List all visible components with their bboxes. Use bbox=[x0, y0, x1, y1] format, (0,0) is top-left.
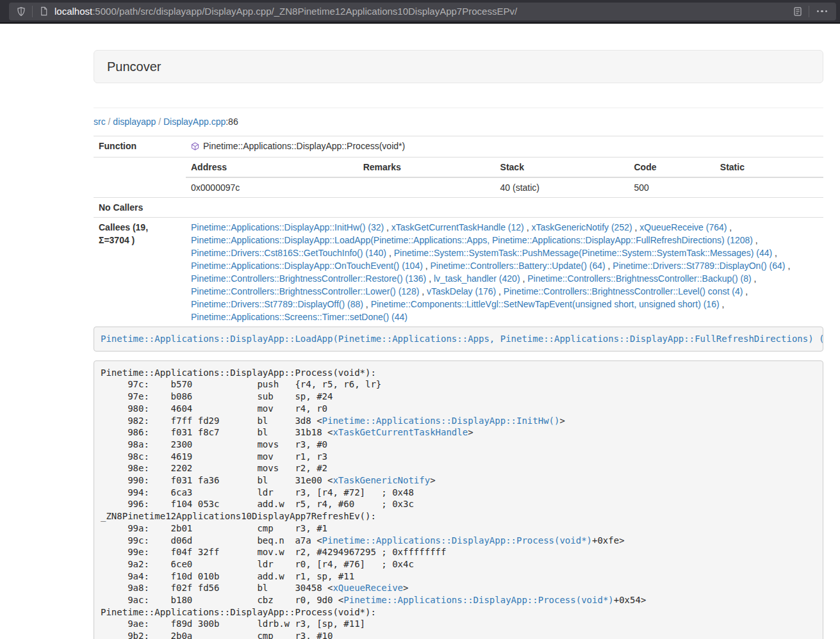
callers-row: No Callers bbox=[94, 198, 823, 218]
page-content: Puncover src / displayapp / DisplayApp.c… bbox=[94, 24, 823, 639]
asm-symbol-link[interactable]: Pinetime::Applications::DisplayApp::Proc… bbox=[343, 595, 613, 605]
callee-separator: , bbox=[743, 286, 748, 296]
callee-link[interactable]: Pinetime::Drivers::St7789::DisplayOff() … bbox=[191, 299, 363, 309]
asm-text: 98a: 2300 movs r3, #0 bbox=[101, 439, 327, 449]
stats-value: 40 (static) bbox=[495, 177, 629, 197]
callee-separator: , bbox=[386, 248, 394, 258]
asm-symbol-link[interactable]: xQueueReceive bbox=[333, 583, 403, 593]
asm-text: 982: f7ff fd29 bl 3d8 < bbox=[101, 416, 322, 426]
asm-text: 98e: 2202 movs r2, #2 bbox=[101, 463, 327, 473]
callee-separator: , bbox=[419, 286, 427, 296]
callee-link[interactable]: Pinetime::Applications::DisplayApp::OnTo… bbox=[191, 261, 423, 271]
url-text[interactable]: localhost:5000/path/src/displayapp/Displ… bbox=[54, 6, 791, 17]
callee-separator: , bbox=[772, 248, 777, 258]
divider bbox=[94, 108, 823, 108]
empty-label-cell bbox=[94, 158, 186, 198]
callee-separator: , bbox=[524, 222, 532, 232]
stats-value: 500 bbox=[629, 177, 715, 197]
callee-link[interactable]: Pinetime::Drivers::Cst816S::GetTouchInfo… bbox=[191, 248, 386, 258]
reader-mode-icon[interactable] bbox=[791, 4, 805, 19]
breadcrumb-link[interactable]: displayapp bbox=[113, 117, 156, 127]
stats-header-row: AddressRemarksStackCodeStatic bbox=[186, 158, 823, 177]
callee-link[interactable]: Pinetime::Controllers::BrightnessControl… bbox=[527, 273, 751, 284]
callee-link[interactable]: Pinetime::Drivers::St7789::DisplayOn() (… bbox=[613, 261, 785, 271]
stats-value bbox=[358, 177, 495, 197]
function-name: Pinetime::Applications::DisplayApp::Proc… bbox=[203, 141, 405, 151]
breadcrumb-link[interactable]: DisplayApp.cpp bbox=[163, 117, 226, 127]
callee-separator: , bbox=[363, 299, 371, 309]
asm-text: 99e: f04f 32ff mov.w r2, #4294967295 ; 0… bbox=[101, 547, 446, 557]
callee-separator: , bbox=[496, 286, 504, 296]
function-row-label: Function bbox=[94, 136, 186, 158]
app-header: Puncover bbox=[94, 50, 823, 83]
screen: localhost:5000/path/src/displayapp/Displ… bbox=[0, 0, 840, 639]
asm-text: 9ae: f89d 300b ldrb.w r3, [sp, #11] bbox=[101, 619, 365, 629]
asm-text: _ZN8Pinetime12Applications10DisplayApp7R… bbox=[101, 511, 376, 521]
function-stats-row: AddressRemarksStackCodeStatic 0x0000097c… bbox=[94, 158, 823, 198]
page-title: Puncover bbox=[107, 60, 161, 74]
stats-column-header: Address bbox=[186, 158, 358, 177]
stats-value bbox=[715, 177, 823, 197]
asm-text: 9a4: f10d 010b add.w r1, sp, #11 bbox=[101, 571, 354, 581]
callee-separator: , bbox=[632, 222, 640, 232]
asm-text: 986: f031 f8c7 bl 31b18 < bbox=[101, 427, 333, 437]
asm-text: 9a8: f02f fd56 bl 30458 < bbox=[101, 583, 333, 593]
assembly-code-block: Pinetime::Applications::DisplayApp::Proc… bbox=[94, 360, 823, 639]
breadcrumb-separator: / bbox=[106, 117, 113, 127]
asm-symbol-link[interactable]: xTaskGetCurrentTaskHandle bbox=[333, 427, 468, 437]
asm-text: 990: f031 fa36 bl 31e00 < bbox=[101, 475, 333, 485]
callee-separator: , bbox=[605, 261, 613, 271]
callee-separator: , bbox=[753, 235, 758, 245]
no-callers-label: No Callers bbox=[94, 198, 186, 218]
callee-link[interactable]: vTaskDelay (176) bbox=[427, 286, 496, 296]
loadapp-symbol-link[interactable]: Pinetime::Applications::DisplayApp::Load… bbox=[101, 334, 823, 344]
asm-text: Pinetime::Applications::DisplayApp::Proc… bbox=[101, 607, 376, 617]
callee-link[interactable]: Pinetime::Controllers::BrightnessControl… bbox=[504, 286, 743, 296]
urlbar-divider-right bbox=[809, 6, 809, 17]
asm-text: > bbox=[468, 427, 473, 437]
callee-link[interactable]: xTaskGenericNotify (252) bbox=[531, 222, 632, 232]
stats-table: AddressRemarksStackCodeStatic 0x0000097c… bbox=[186, 158, 823, 197]
callee-link[interactable]: xTaskGetCurrentTaskHandle (12) bbox=[391, 222, 524, 232]
loadapp-code-block: Pinetime::Applications::DisplayApp::Load… bbox=[94, 327, 823, 352]
callee-link[interactable]: Pinetime::Controllers::Battery::Update()… bbox=[431, 261, 605, 271]
asm-text: 97e: b086 sub sp, #24 bbox=[101, 391, 333, 401]
callee-link[interactable]: Pinetime::Applications::DisplayApp::Init… bbox=[191, 222, 384, 232]
asm-text: 9ac: b180 cbz r0, 9d0 < bbox=[101, 595, 343, 605]
callee-link[interactable]: Pinetime::Controllers::BrightnessControl… bbox=[191, 286, 419, 296]
callee-separator: , bbox=[720, 299, 725, 309]
function-stats-cell: AddressRemarksStackCodeStatic 0x0000097c… bbox=[186, 158, 823, 198]
asm-text: 9a2: 6ce0 ldr r0, [r4, #76] ; 0x4c bbox=[101, 559, 414, 569]
asm-symbol-link[interactable]: Pinetime::Applications::DisplayApp::Proc… bbox=[322, 535, 592, 546]
function-table: Function Pinetime::Applications::Display… bbox=[94, 136, 823, 327]
page-icon bbox=[37, 4, 51, 19]
asm-text: +0xfe> bbox=[592, 535, 625, 546]
breadcrumb-separator: / bbox=[156, 117, 163, 127]
callee-separator: , bbox=[786, 261, 791, 271]
callee-link[interactable]: lv_task_handler (420) bbox=[434, 273, 520, 284]
callee-separator: , bbox=[426, 273, 434, 284]
browser-toolbar: localhost:5000/path/src/displayapp/Displ… bbox=[0, 0, 840, 24]
shield-icon[interactable] bbox=[14, 4, 28, 19]
callee-link[interactable]: Pinetime::Controllers::BrightnessControl… bbox=[191, 273, 426, 284]
breadcrumb-link[interactable]: src bbox=[94, 117, 106, 127]
page-actions-icon[interactable] bbox=[813, 10, 832, 13]
callee-separator: , bbox=[727, 222, 732, 232]
callee-link[interactable]: Pinetime::System::SystemTask::PushMessag… bbox=[394, 248, 773, 258]
callee-link[interactable]: Pinetime::Components::LittleVgl::SetNewT… bbox=[371, 299, 720, 309]
asm-symbol-link[interactable]: xTaskGenericNotify bbox=[333, 475, 430, 485]
urlbar-divider-left bbox=[32, 6, 33, 17]
asm-text: +0x54> bbox=[614, 595, 646, 605]
callee-separator: , bbox=[752, 273, 757, 284]
callee-link[interactable]: Pinetime::Applications::DisplayApp::Load… bbox=[191, 235, 753, 245]
url-path: :5000/path/src/displayapp/DisplayApp.cpp… bbox=[92, 6, 517, 17]
stats-value: 0x0000097c bbox=[186, 177, 358, 197]
callee-link[interactable]: Pinetime::Applications::Screens::Timer::… bbox=[191, 312, 408, 322]
asm-text: 97c: b570 push {r4, r5, r6, lr} bbox=[101, 379, 381, 389]
callee-separator: , bbox=[520, 273, 528, 284]
callee-link[interactable]: xQueueReceive (764) bbox=[639, 222, 727, 232]
asm-text: 9b2: 2b0a cmp r3, #10 bbox=[101, 631, 333, 639]
url-bar[interactable]: localhost:5000/path/src/displayapp/Displ… bbox=[9, 3, 836, 20]
stats-column-header: Remarks bbox=[358, 158, 495, 177]
asm-symbol-link[interactable]: Pinetime::Applications::DisplayApp::Init… bbox=[322, 416, 560, 426]
